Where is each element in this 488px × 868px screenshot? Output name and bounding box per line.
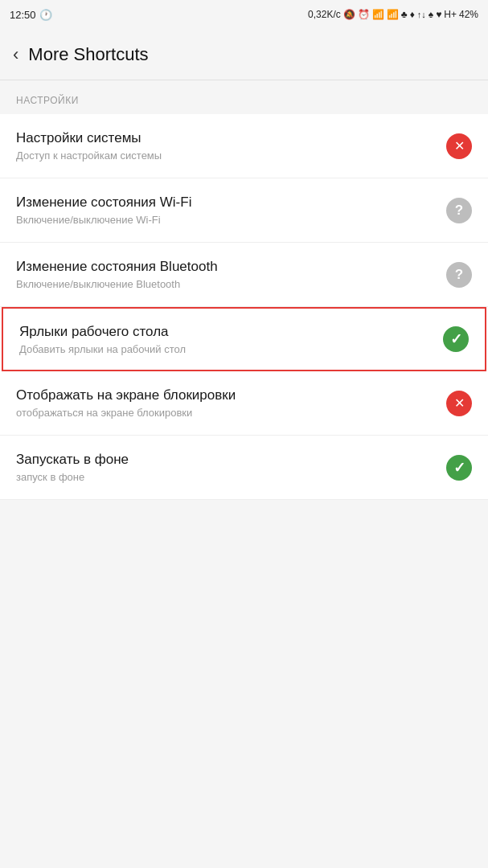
- time-display: 12:50: [10, 9, 36, 21]
- check-icon: [450, 330, 462, 348]
- spade-icon: ♠: [429, 9, 433, 20]
- settings-section: НАСТРОЙКИ Настройки системы Доступ к нас…: [0, 80, 488, 500]
- settings-item-title: Изменение состояния Bluetooth: [16, 259, 433, 275]
- settings-item-title: Отображать на экране блокировки: [16, 387, 433, 403]
- signal2-icon: ↑↓: [417, 10, 426, 19]
- mute-icon: 🔕: [343, 9, 355, 20]
- status-icon-gray: [446, 262, 472, 288]
- settings-item-text: Ярлыки рабочего стола Добавить ярлыки на…: [19, 324, 443, 355]
- settings-item-system-settings[interactable]: Настройки системы Доступ к настройкам си…: [0, 114, 488, 178]
- status-icon-red: [446, 391, 472, 416]
- signal-icon: 📶: [387, 9, 399, 20]
- settings-item-title: Ярлыки рабочего стола: [19, 324, 430, 340]
- alarm-icon: ⏰: [358, 9, 370, 20]
- settings-item-subtitle: Включение/выключение Wi-Fi: [16, 214, 433, 226]
- settings-item-wifi[interactable]: Изменение состояния Wi-Fi Включение/выкл…: [0, 178, 488, 243]
- settings-item-text: Отображать на экране блокировки отобража…: [16, 387, 446, 419]
- club-icon: ♣: [401, 9, 408, 20]
- settings-item-text: Изменение состояния Wi-Fi Включение/выкл…: [16, 194, 446, 226]
- status-icon-green: [446, 455, 472, 481]
- network-speed: 0,32K/c: [308, 9, 341, 20]
- status-icon-red: [446, 133, 472, 159]
- settings-list: Настройки системы Доступ к настройкам си…: [0, 114, 488, 500]
- settings-item-subtitle: Включение/выключение Bluetooth: [16, 278, 433, 290]
- heart-icon: ♥: [436, 9, 441, 20]
- settings-item-title: Настройки системы: [16, 130, 433, 146]
- header: ‹ More Shortcuts: [0, 29, 488, 80]
- settings-item-background[interactable]: Запускать в фоне запуск в фоне: [0, 436, 488, 500]
- settings-item-lock-screen[interactable]: Отображать на экране блокировки отобража…: [0, 371, 488, 436]
- settings-item-text: Запускать в фоне запуск в фоне: [16, 452, 446, 483]
- settings-item-title: Изменение состояния Wi-Fi: [16, 194, 433, 211]
- status-bar-right: 0,32K/c 🔕 ⏰ 📶 📶 ♣ ♦ ↑↓ ♠ ♥ H+ 42%: [308, 9, 478, 20]
- settings-item-subtitle: отображаться на экране блокировки: [16, 407, 433, 419]
- settings-item-subtitle: Добавить ярлыки на рабочий стол: [19, 343, 430, 355]
- status-bar-icon-clock: 🕐: [39, 9, 52, 21]
- x-icon: [454, 137, 465, 154]
- diamond-icon: ♦: [410, 9, 415, 20]
- section-label: НАСТРОЙКИ: [0, 80, 488, 114]
- settings-item-text: Настройки системы Доступ к настройкам си…: [16, 130, 446, 162]
- settings-item-text: Изменение состояния Bluetooth Включение/…: [16, 259, 446, 290]
- x-icon: [454, 395, 465, 411]
- battery-level: 42%: [459, 9, 478, 20]
- status-icon-green: [443, 326, 469, 352]
- back-button[interactable]: ‹: [13, 46, 18, 63]
- settings-item-desktop-shortcuts[interactable]: Ярлыки рабочего стола Добавить ярлыки на…: [2, 307, 486, 371]
- status-icon-gray: [446, 198, 472, 223]
- wifi-icon: 📶: [372, 9, 384, 20]
- status-bar: 12:50 🕐 0,32K/c 🔕 ⏰ 📶 📶 ♣ ♦ ↑↓ ♠ ♥ H+ 42…: [0, 0, 488, 29]
- settings-item-subtitle: запуск в фоне: [16, 471, 433, 483]
- settings-item-subtitle: Доступ к настройкам системы: [16, 149, 433, 162]
- settings-item-title: Запускать в фоне: [16, 452, 433, 468]
- question-icon: [455, 266, 463, 283]
- hplus-label: H+: [444, 9, 457, 20]
- status-bar-left: 12:50 🕐: [10, 9, 52, 21]
- check-icon: [453, 459, 465, 477]
- page-title: More Shortcuts: [28, 44, 148, 65]
- settings-item-bluetooth[interactable]: Изменение состояния Bluetooth Включение/…: [0, 243, 488, 307]
- question-icon: [455, 202, 463, 219]
